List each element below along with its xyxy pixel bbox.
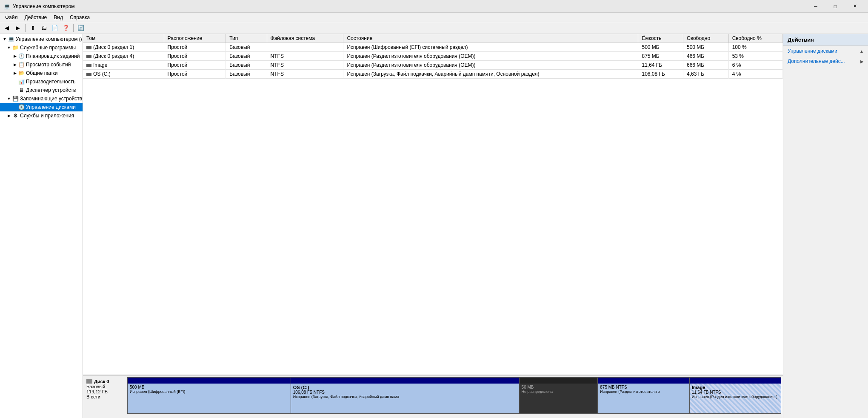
partition-desc-image: Исправен (Раздел изготовителя оборудован… xyxy=(692,395,779,399)
sidebar-label-diskmgmt: Управление дисками xyxy=(26,104,81,110)
minimize-button[interactable]: ─ xyxy=(806,0,825,13)
col-header-name[interactable]: Том xyxy=(83,34,164,43)
menu-help[interactable]: Справка xyxy=(66,14,93,21)
menu-file[interactable]: Файл xyxy=(2,14,21,21)
toolbar: ◀ ▶ ⬆ 🗂 📄 ❓ 🔄 xyxy=(0,22,868,34)
forward-button[interactable]: ▶ xyxy=(13,23,23,33)
partition-desc-efi: Исправен (Шифрованный (EFI) xyxy=(130,390,288,394)
cell-capacity-1: 875 МБ xyxy=(638,52,683,61)
table-row[interactable]: OS (C:) Простой Базовый NTFS Исправен (З… xyxy=(83,70,783,79)
col-header-type[interactable]: Тип xyxy=(226,34,267,43)
events-icon: 📋 xyxy=(18,61,25,68)
sidebar-item-root[interactable]: ▼ 💻 Управление компьютером (лс xyxy=(0,35,83,43)
menu-view[interactable]: Вид xyxy=(50,14,66,21)
table-row[interactable]: (Диск 0 раздел 1) Простой Базовый Исправ… xyxy=(83,43,783,52)
cell-name-3: OS (C:) xyxy=(83,70,164,79)
cell-name-0: (Диск 0 раздел 1) xyxy=(83,43,164,52)
sidebar-item-storage[interactable]: ▼ 💾 Запоминающие устройств xyxy=(0,94,83,103)
partition-desc-os: Исправен (Загрузка, Файл подкачки, Авари… xyxy=(293,395,517,399)
sidebar-label-storage: Запоминающие устройств xyxy=(20,96,82,102)
partition-header-efi xyxy=(128,378,291,384)
cell-type-2: Базовый xyxy=(226,61,267,70)
sidebar-label-devmgr: Диспетчер устройств xyxy=(26,87,81,93)
partition-desc-unallocated: Не распределена xyxy=(522,390,596,394)
partition-size-image: 11,64 ГБ NTFS xyxy=(692,390,779,395)
table-row[interactable]: (Диск 0 раздел 4) Простой Базовый NTFS И… xyxy=(83,52,783,61)
cell-location-2: Простой xyxy=(164,61,226,70)
disk-status-0: В сети xyxy=(86,394,126,399)
cell-name-2: Image xyxy=(83,61,164,70)
sidebar-item-devmgr[interactable]: 🖥 Диспетчер устройств xyxy=(0,86,83,94)
show-hide-button[interactable]: 🗂 xyxy=(39,23,49,33)
scheduler-icon: 🕐 xyxy=(18,53,25,60)
partition-block-oem[interactable]: 875 МБ NTFS Исправен (Раздел изготовител… xyxy=(598,378,689,413)
cell-capacity-3: 106,08 ГБ xyxy=(638,70,683,79)
perf-icon: 📊 xyxy=(18,78,25,85)
title-bar-controls: ─ □ ✕ xyxy=(806,0,865,13)
actions-item-diskmgmt[interactable]: Управление дисками ▲ xyxy=(783,46,868,56)
cell-location-0: Простой xyxy=(164,43,226,52)
refresh-button[interactable]: 🔄 xyxy=(76,23,86,33)
col-header-capacity[interactable]: Ёмкость xyxy=(638,34,683,43)
cell-free-0: 500 МБ xyxy=(683,43,728,52)
sidebar-item-services[interactable]: ▼ 📁 Служебные программы xyxy=(0,43,83,52)
storage-icon: 💾 xyxy=(12,95,19,102)
sidebar-label-scheduler: Планировщик заданий xyxy=(26,53,81,59)
root-icon: 💻 xyxy=(8,36,14,43)
cell-type-0: Базовый xyxy=(226,43,267,52)
sidebar-label-events: Просмотр событий xyxy=(26,62,81,68)
close-button[interactable]: ✕ xyxy=(845,0,865,13)
sidebar-item-scheduler[interactable]: ▶ 🕐 Планировщик заданий xyxy=(0,52,83,60)
disk-table: Том Расположение Тип Файловая система Со… xyxy=(83,34,783,79)
menu-action[interactable]: Действие xyxy=(21,14,51,21)
table-area[interactable]: Том Расположение Тип Файловая система Со… xyxy=(83,34,783,375)
cell-type-1: Базовый xyxy=(226,52,267,61)
disk-map-row-0: Диск 0 Базовый 119,12 ГБ В сети 500 МБ И… xyxy=(85,377,781,414)
expander-root: ▼ xyxy=(2,37,8,41)
partition-block-image[interactable]: Image 11,64 ГБ NTFS Исправен (Раздел изг… xyxy=(690,378,781,413)
partition-body-oem: 875 МБ NTFS Исправен (Раздел изготовител… xyxy=(598,384,689,413)
devmgr-icon: 🖥 xyxy=(18,87,25,94)
expander-svcapp: ▶ xyxy=(6,114,12,118)
cell-free-2: 666 МБ xyxy=(683,61,728,70)
sidebar-item-events[interactable]: ▶ 📋 Просмотр событий xyxy=(0,60,83,69)
help-button[interactable]: ❓ xyxy=(61,23,71,33)
sidebar-item-shared[interactable]: ▶ 📂 Общие папки xyxy=(0,69,83,77)
maximize-button[interactable]: □ xyxy=(825,0,845,13)
partition-header-oem xyxy=(598,378,689,384)
col-header-freepct[interactable]: Свободно % xyxy=(728,34,782,43)
partition-block-os[interactable]: OS (C:) 106,08 ГБ NTFS Исправен (Загрузк… xyxy=(291,378,520,413)
col-header-fs[interactable]: Файловая система xyxy=(267,34,343,43)
disk-name-0: Диск 0 xyxy=(86,379,126,384)
partition-header-unallocated xyxy=(520,378,598,384)
cell-free-1: 466 МБ xyxy=(683,52,728,61)
toolbar-separator-1 xyxy=(25,24,26,32)
up-button[interactable]: ⬆ xyxy=(28,23,38,33)
col-header-status[interactable]: Состояние xyxy=(343,34,638,43)
col-header-location[interactable]: Расположение xyxy=(164,34,226,43)
partition-block-unallocated[interactable]: 50 МБ Не распределена xyxy=(520,378,598,413)
partition-body-unallocated: 50 МБ Не распределена xyxy=(520,384,598,413)
properties-button[interactable]: 📄 xyxy=(50,23,60,33)
cell-status-2: Исправен (Раздел изготовителя оборудован… xyxy=(343,61,638,70)
cell-location-1: Простой xyxy=(164,52,226,61)
cell-name-1: (Диск 0 раздел 4) xyxy=(83,52,164,61)
partition-block-efi[interactable]: 500 МБ Исправен (Шифрованный (EFI) xyxy=(128,378,291,413)
main-container: ▼ 💻 Управление компьютером (лс ▼ 📁 Служе… xyxy=(0,34,868,418)
sidebar-label-services: Служебные программы xyxy=(20,45,81,51)
partition-size-unallocated: 50 МБ xyxy=(522,385,596,390)
sidebar-item-perf[interactable]: 📊 Производительность xyxy=(0,77,83,86)
sidebar: ▼ 💻 Управление компьютером (лс ▼ 📁 Служе… xyxy=(0,34,83,418)
sidebar-item-diskmgmt[interactable]: 💽 Управление дисками xyxy=(0,103,83,111)
actions-item-more[interactable]: Дополнительные дейс... ▶ xyxy=(783,56,868,66)
toolbar-separator-2 xyxy=(73,24,74,32)
sidebar-label-root: Управление компьютером (лс xyxy=(16,36,83,42)
disk-map-area: Диск 0 Базовый 119,12 ГБ В сети 500 МБ И… xyxy=(83,375,783,418)
sidebar-item-svcapp[interactable]: ▶ ⚙ Службы и приложения xyxy=(0,111,83,120)
back-button[interactable]: ◀ xyxy=(2,23,12,33)
col-header-free[interactable]: Свободно xyxy=(683,34,728,43)
diskmgmt-icon: 💽 xyxy=(18,104,25,111)
table-row[interactable]: Image Простой Базовый NTFS Исправен (Раз… xyxy=(83,61,783,70)
partition-body-os: OS (C:) 106,08 ГБ NTFS Исправен (Загрузк… xyxy=(291,384,519,413)
actions-header: Действия xyxy=(783,34,868,46)
